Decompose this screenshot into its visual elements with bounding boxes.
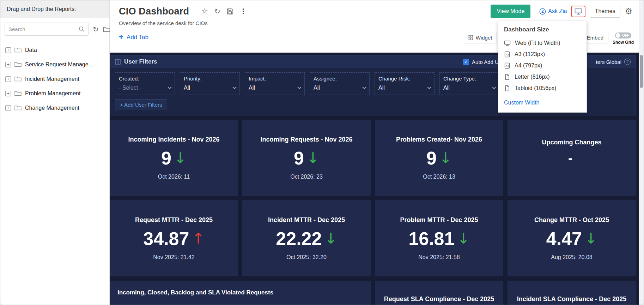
letter-page-icon bbox=[504, 74, 510, 80]
dashboard-size-button[interactable] bbox=[571, 6, 585, 17]
chevron-down-icon bbox=[168, 85, 171, 89]
menu-item-a3[interactable]: A3 A3 (1123px) bbox=[498, 49, 587, 60]
filter-assignee[interactable]: Assignee: All bbox=[310, 72, 370, 95]
view-mode-button[interactable]: View Mode bbox=[491, 5, 530, 18]
folder-icon bbox=[14, 62, 22, 67]
kpi-title: Problems Created- Nov 2026 bbox=[396, 136, 482, 143]
expand-icon[interactable] bbox=[5, 47, 11, 53]
settings-gear-icon[interactable] bbox=[625, 7, 632, 16]
add-tab-button[interactable]: Add Tab bbox=[119, 33, 148, 41]
kpi-title: Incoming Incidents - Nov 2026 bbox=[128, 136, 219, 143]
auto-add-checkbox[interactable] bbox=[463, 59, 469, 65]
folder-icon bbox=[14, 91, 22, 96]
kpi-card-incoming-requests: Incoming Requests - Nov 2026 9 ↓ Oct 202… bbox=[242, 120, 371, 196]
folder-icon[interactable] bbox=[103, 26, 110, 32]
kpi-value: - bbox=[568, 152, 572, 165]
kpi-compare: Oct 2026: 23 bbox=[290, 174, 323, 180]
help-icon[interactable] bbox=[624, 59, 631, 65]
filter-value: All bbox=[443, 85, 450, 91]
folder-icon bbox=[14, 105, 22, 110]
filter-created[interactable]: Created: - Select - bbox=[115, 72, 175, 95]
trend-arrow-icon: ↓ bbox=[457, 231, 469, 246]
scrollbar-track[interactable] bbox=[639, 0, 644, 305]
kpi-compare: Nov 2025: 21.42 bbox=[153, 254, 194, 261]
app-window: Drag and Drop the Reports: bbox=[0, 0, 644, 305]
custom-width-link[interactable]: Custom Width bbox=[498, 94, 587, 106]
kpi-card-incident-sla: Incident SLA Compliance - Dec 2025 bbox=[508, 281, 636, 305]
more-options-icon[interactable] bbox=[240, 8, 247, 15]
kpi-card-incident-mttr: Incident MTTR - Dec 2025 22.22 ↓ Oct 202… bbox=[242, 200, 371, 276]
filter-change-risk[interactable]: Change Risk: All bbox=[375, 72, 435, 95]
tree-item-label: Service Request Manage… bbox=[25, 61, 94, 68]
expand-icon[interactable] bbox=[5, 62, 11, 67]
menu-item-letter[interactable]: Letter (816px) bbox=[498, 71, 587, 83]
tree-item-problem-management[interactable]: Problem Management bbox=[5, 86, 109, 101]
save-icon[interactable] bbox=[227, 8, 233, 15]
trend-arrow-icon: ↓ bbox=[324, 231, 337, 246]
kpi-value: 9 bbox=[161, 149, 171, 167]
sidebar-search-row bbox=[0, 18, 109, 38]
widget-grid-icon bbox=[468, 35, 473, 40]
kpi-grid-row-3: Incoming, Closed, Backlog and SLA Violat… bbox=[110, 281, 636, 305]
themes-button[interactable]: Themes bbox=[590, 5, 621, 18]
tree-item-label: Incident Management bbox=[25, 76, 79, 82]
filters-global-label: ters Global bbox=[596, 59, 621, 65]
kpi-title: Problem MTTR - Dec 2025 bbox=[400, 216, 478, 224]
widget-button[interactable]: Widget bbox=[463, 32, 497, 43]
search-input[interactable] bbox=[8, 26, 79, 32]
page-title: CIO Dashboard bbox=[119, 6, 189, 17]
add-user-filters-button[interactable]: + Add User Filters bbox=[115, 99, 167, 110]
menu-item-label: A3 (1123px) bbox=[515, 51, 545, 58]
divider bbox=[535, 7, 535, 16]
menu-item-web-fit-to-width[interactable]: Web (Fit to Width) bbox=[498, 37, 587, 49]
scrollbar-thumb[interactable] bbox=[640, 55, 643, 88]
show-grid-toggle[interactable]: OFF bbox=[615, 32, 631, 38]
show-grid-label: Show Grid bbox=[613, 40, 634, 45]
search-box[interactable] bbox=[5, 23, 89, 36]
tree-item-service-request-management[interactable]: Service Request Manage… bbox=[5, 57, 109, 72]
trend-arrow-icon: ↓ bbox=[307, 151, 319, 166]
filter-label: Change Type: bbox=[443, 76, 496, 82]
reports-sidebar: Drag and Drop the Reports: bbox=[0, 0, 110, 305]
ask-zia-button[interactable]: Z Ask Zia bbox=[539, 8, 567, 15]
expand-icon[interactable] bbox=[5, 91, 11, 96]
tabloid-page-icon bbox=[504, 85, 510, 91]
ask-zia-label: Ask Zia bbox=[548, 8, 567, 14]
kpi-compare: Oct 2026: 13 bbox=[423, 174, 455, 180]
show-grid-control: OFF Show Grid bbox=[613, 32, 634, 45]
chevron-down-icon bbox=[492, 85, 496, 89]
chevron-down-icon bbox=[362, 85, 366, 89]
dashboard-size-title: Dashboard Size bbox=[498, 26, 587, 37]
menu-item-a4[interactable]: A4 A4 (797px) bbox=[498, 60, 587, 71]
tree-item-data[interactable]: Data bbox=[5, 43, 109, 57]
filter-label: Assignee: bbox=[314, 76, 366, 82]
kpi-title: Upcoming Changes bbox=[542, 139, 601, 146]
expand-icon[interactable] bbox=[5, 76, 11, 82]
filter-value: All bbox=[184, 85, 190, 91]
kpi-grid-row-1: Incoming Incidents - Nov 2026 9 ↓ Oct 20… bbox=[110, 120, 636, 196]
favorite-star-icon[interactable] bbox=[201, 7, 208, 15]
tree-item-incident-management[interactable]: Incident Management bbox=[5, 72, 109, 86]
filter-value: All bbox=[314, 85, 320, 91]
filter-impact[interactable]: Impact: All bbox=[245, 72, 305, 95]
kpi-value: 4.47 bbox=[546, 229, 582, 248]
kpi-card-request-mttr: Request MTTR - Dec 2025 34.87 ↑ Nov 2025… bbox=[110, 200, 238, 276]
chart-title: Incoming, Closed, Backlog and SLA Violat… bbox=[117, 289, 363, 296]
menu-item-tabloid[interactable]: Tabloid (1056px) bbox=[498, 83, 587, 94]
reload-icon[interactable] bbox=[214, 8, 220, 15]
expand-icon[interactable] bbox=[5, 105, 11, 111]
kpi-title: Request SLA Compliance - Dec 2025 bbox=[384, 295, 494, 305]
kpi-card-problems-created: Problems Created- Nov 2026 9 ↓ Oct 2026:… bbox=[375, 120, 503, 196]
menu-item-label: A4 (797px) bbox=[515, 62, 542, 69]
chevron-down-icon bbox=[232, 85, 236, 89]
kpi-title: Request MTTR - Dec 2025 bbox=[135, 216, 213, 224]
filter-change-type[interactable]: Change Type: All bbox=[439, 72, 499, 95]
tree-item-change-management[interactable]: Change Management bbox=[5, 101, 109, 115]
widget-label: Widget bbox=[476, 35, 492, 41]
trend-arrow-icon: ↓ bbox=[174, 151, 187, 166]
kpi-value: 34.87 bbox=[143, 229, 189, 248]
svg-text:A3: A3 bbox=[505, 53, 509, 56]
folder-icon bbox=[14, 47, 22, 53]
refresh-reports-icon[interactable] bbox=[93, 26, 99, 33]
filter-priority[interactable]: Priority: All bbox=[180, 72, 240, 95]
